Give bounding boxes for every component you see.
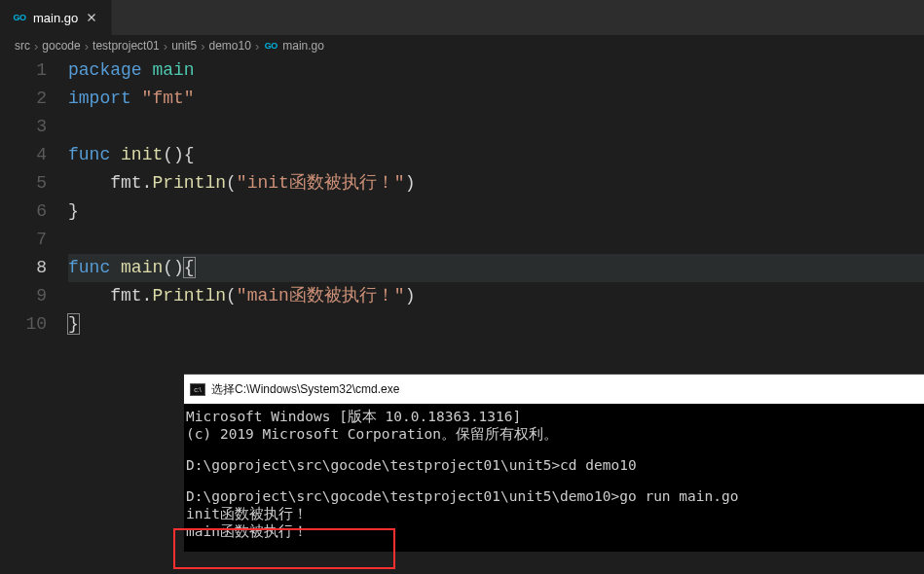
crumb[interactable]: gocode (42, 39, 80, 53)
code-line (68, 226, 924, 254)
gutter: 1 2 3 4 5 6 7 8 9 10 (0, 56, 68, 339)
chevron-right-icon: › (34, 39, 38, 54)
code-editor[interactable]: 1 2 3 4 5 6 7 8 9 10 package main import… (0, 56, 924, 339)
crumb[interactable]: demo10 (209, 39, 251, 53)
chevron-right-icon: › (164, 39, 167, 54)
cmd-line: D:\goproject\src\gocode\testproject01\un… (186, 487, 922, 505)
code-line: } (68, 197, 924, 226)
chevron-right-icon: › (255, 39, 259, 54)
line-number: 1 (0, 56, 47, 85)
line-number: 3 (0, 113, 47, 141)
cmd-line: D:\goproject\src\gocode\testproject01\un… (186, 456, 922, 474)
breadcrumb: src› gocode› testproject01› unit5› demo1… (0, 35, 924, 56)
cmd-line: Microsoft Windows [版本 10.0.18363.1316] (186, 408, 922, 425)
code-line: fmt.Println("main函数被执行！") (68, 282, 924, 310)
line-number: 7 (0, 226, 47, 254)
code-line: func init(){ (68, 141, 924, 169)
line-number: 10 (0, 310, 47, 339)
chevron-right-icon: › (85, 39, 89, 54)
cmd-output[interactable]: Microsoft Windows [版本 10.0.18363.1316] (… (184, 404, 924, 552)
line-number: 8 (0, 254, 47, 282)
cmd-window: c:\ 选择C:\Windows\System32\cmd.exe Micros… (184, 374, 924, 552)
code-line: package main (68, 56, 924, 85)
crumb[interactable]: src (15, 39, 30, 53)
tab-main-go[interactable]: GO main.go (0, 0, 112, 35)
go-icon: GO (263, 40, 278, 52)
crumb[interactable]: testproject01 (92, 39, 160, 53)
code-line (68, 113, 924, 141)
line-number: 5 (0, 169, 47, 197)
tab-bar: GO main.go (0, 0, 924, 35)
crumb[interactable]: main.go (282, 39, 324, 53)
code-line: fmt.Println("init函数被执行！") (68, 169, 924, 197)
code-content[interactable]: package main import "fmt" func init(){ f… (68, 56, 924, 339)
tab-label: main.go (33, 11, 78, 25)
cmd-line: main函数被执行！ (186, 522, 922, 540)
cmd-line: init函数被执行！ (186, 505, 922, 522)
code-line: } (68, 310, 924, 339)
crumb[interactable]: unit5 (171, 39, 197, 53)
code-line: import "fmt" (68, 85, 924, 113)
code-line: func main(){ (68, 254, 924, 282)
cmd-icon: c:\ (190, 383, 205, 396)
cmd-titlebar[interactable]: c:\ 选择C:\Windows\System32\cmd.exe (184, 375, 924, 404)
line-number: 2 (0, 85, 47, 113)
cmd-line: (c) 2019 Microsoft Corporation。保留所有权利。 (186, 425, 922, 443)
cmd-title-text: 选择C:\Windows\System32\cmd.exe (211, 381, 399, 398)
line-number: 4 (0, 141, 47, 169)
go-icon: GO (12, 12, 27, 23)
line-number: 6 (0, 197, 47, 226)
close-icon[interactable] (84, 10, 99, 25)
chevron-right-icon: › (201, 39, 204, 54)
line-number: 9 (0, 282, 47, 310)
